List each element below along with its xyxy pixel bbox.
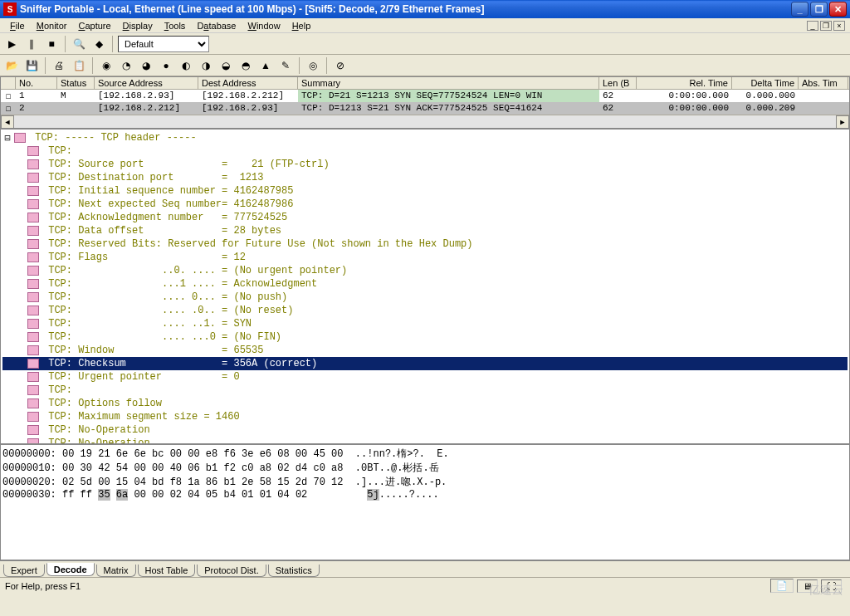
maximize-button[interactable]: ❐ <box>810 2 828 17</box>
decode-line[interactable]: TCP: Acknowledgment number = 777524525 <box>2 211 848 224</box>
protocol-icon <box>27 412 39 422</box>
col-summary[interactable]: Summary <box>298 77 599 89</box>
tool-icon-10[interactable]: ✎ <box>277 57 294 74</box>
protocol-icon <box>27 146 39 156</box>
mdi-close[interactable]: × <box>833 21 845 31</box>
tool-icon-3[interactable]: ◕ <box>138 57 154 74</box>
decode-line[interactable]: TCP: No-Operation <box>2 437 848 444</box>
close-button[interactable]: ✕ <box>829 2 847 17</box>
protocol-icon <box>27 319 39 329</box>
tool-icon-9[interactable]: ▲ <box>257 57 274 74</box>
menu-database[interactable]: Database <box>192 20 241 32</box>
scroll-left-icon[interactable]: ◄ <box>1 115 14 129</box>
stop-button[interactable]: ■ <box>43 36 60 52</box>
tool-icon-6[interactable]: ◑ <box>198 57 214 74</box>
protocol-icon <box>27 266 39 276</box>
protocol-icon <box>27 372 39 382</box>
hex-line[interactable]: 00000000: 00 19 21 6e 6e bc 00 00 e8 f6 … <box>2 447 848 461</box>
col-no[interactable]: No. <box>16 77 57 89</box>
mdi-restore[interactable]: ❐ <box>820 21 832 31</box>
decode-pane[interactable]: ⊟ TCP: ----- TCP header ----- TCP: TCP: … <box>0 129 850 444</box>
col-abstime[interactable]: Abs. Tim <box>799 77 848 89</box>
col-len[interactable]: Len (B <box>599 77 637 89</box>
menu-file[interactable]: File <box>5 20 30 32</box>
protocol-icon <box>27 199 39 209</box>
packet-list: No. Status Source Address Dest Address S… <box>0 76 850 129</box>
decode-line[interactable]: TCP: <box>2 384 848 397</box>
tool-icon-1[interactable]: ◉ <box>98 57 115 74</box>
pause-button[interactable]: ∥ <box>23 36 40 52</box>
tool-icon-7[interactable]: ◒ <box>217 57 234 74</box>
menu-window[interactable]: Window <box>242 20 285 32</box>
open-icon[interactable]: 📂 <box>3 57 20 74</box>
play-button[interactable]: ▶ <box>3 36 20 52</box>
decode-line[interactable]: TCP: Checksum = 356A (correct) <box>2 357 848 370</box>
tool-icon-2[interactable]: ◔ <box>118 57 134 74</box>
decode-line[interactable]: TCP: Options follow <box>2 397 848 410</box>
col-reltime[interactable]: Rel. Time <box>637 77 732 89</box>
tool-icon-12[interactable]: ⊘ <box>332 57 349 74</box>
decode-line[interactable]: TCP: .... 0... = (No push) <box>2 291 848 304</box>
protocol-icon <box>27 438 39 444</box>
define-filter-icon[interactable]: ◆ <box>90 36 107 52</box>
tab-expert[interactable]: Expert <box>3 565 45 577</box>
menu-monitor[interactable]: Monitor <box>32 20 72 32</box>
packet-row[interactable]: ☐2[192.168.2.212][192.168.2.93]TCP: D=12… <box>1 102 849 115</box>
decode-line[interactable]: TCP: .... ...0 = (No FIN) <box>2 330 848 344</box>
menu-tools[interactable]: Tools <box>159 20 191 32</box>
save-icon[interactable]: 💾 <box>23 57 40 74</box>
decode-line[interactable]: TCP: Destination port = 1213 <box>2 171 848 184</box>
menu-help[interactable]: Help <box>287 20 316 32</box>
filter-dropdown[interactable]: Default <box>118 36 209 52</box>
tool-icon-5[interactable]: ◐ <box>178 57 194 74</box>
protocol-icon <box>27 173 39 183</box>
decode-line[interactable]: TCP: Source port = 21 (FTP-ctrl) <box>2 158 848 171</box>
decode-line[interactable]: TCP: Reserved Bits: Reserved for Future … <box>2 237 848 251</box>
copy-icon[interactable]: 📋 <box>71 57 87 74</box>
decode-line[interactable]: TCP: <box>2 144 848 158</box>
scroll-right-icon[interactable]: ► <box>836 115 849 129</box>
tab-hosttable[interactable]: Host Table <box>138 565 196 577</box>
decode-line[interactable]: TCP: ..0. .... = (No urgent pointer) <box>2 264 848 277</box>
tool-icon-4[interactable]: ● <box>158 57 174 74</box>
tool-icon-8[interactable]: ◓ <box>237 57 254 74</box>
decode-line[interactable]: TCP: No-Operation <box>2 423 848 437</box>
protocol-icon <box>27 398 39 408</box>
hex-pane[interactable]: 00000000: 00 19 21 6e 6e bc 00 00 e8 f6 … <box>0 444 850 560</box>
decode-line[interactable]: TCP: Next expected Seq number= 416248798… <box>2 198 848 211</box>
status-bar: For Help, press F1 📄 🖥 ⛶ <box>0 577 850 594</box>
hex-line[interactable]: 00000010: 00 30 42 54 00 00 40 06 b1 f2 … <box>2 461 848 475</box>
decode-line[interactable]: TCP: Maximum segment size = 1460 <box>2 410 848 423</box>
tab-decode[interactable]: Decode <box>46 563 95 576</box>
decode-line[interactable]: TCP: .... .0.. = (No reset) <box>2 304 848 317</box>
decode-line[interactable]: TCP: Flags = 12 <box>2 251 848 264</box>
binoculars-icon[interactable]: 🔍 <box>71 36 87 52</box>
col-dest[interactable]: Dest Address <box>198 77 298 89</box>
print-icon[interactable]: 🖨 <box>51 57 67 74</box>
decode-line[interactable]: TCP: .... ..1. = SYN <box>2 317 848 330</box>
packet-row[interactable]: ☐1M[192.168.2.93][192.168.2.212]TCP: D=2… <box>1 90 849 102</box>
protocol-icon <box>27 425 39 435</box>
decode-line[interactable]: TCP: ...1 .... = Acknowledgment <box>2 277 848 291</box>
decode-line[interactable]: TCP: Initial sequence number = 416248798… <box>2 184 848 198</box>
tab-protocoldist[interactable]: Protocol Dist. <box>197 565 266 577</box>
tab-statistics[interactable]: Statistics <box>268 565 320 577</box>
col-deltatime[interactable]: Delta Time <box>732 77 799 89</box>
hex-line[interactable]: 00000030: ff ff 35 6a 00 00 02 04 05 b4 … <box>2 489 848 501</box>
tab-matrix[interactable]: Matrix <box>96 565 136 577</box>
col-source[interactable]: Source Address <box>95 77 198 89</box>
mdi-minimize[interactable]: _ <box>807 21 818 31</box>
decode-line[interactable]: TCP: Urgent pointer = 0 <box>2 370 848 384</box>
menu-capture[interactable]: Capture <box>73 20 115 32</box>
packet-hscroll[interactable]: ◄ ► <box>1 115 849 128</box>
col-status[interactable]: Status <box>57 77 95 89</box>
protocol-icon <box>27 359 39 369</box>
menu-display[interactable]: Display <box>118 20 158 32</box>
hex-line[interactable]: 00000020: 02 5d 00 15 04 bd f8 1a 86 b1 … <box>2 475 848 489</box>
col-checkbox[interactable] <box>1 77 16 89</box>
decode-line[interactable]: TCP: Window = 65535 <box>2 344 848 357</box>
tool-icon-11[interactable]: ◎ <box>305 57 321 74</box>
decode-line[interactable]: ⊟ TCP: ----- TCP header ----- <box>2 131 848 144</box>
minimize-button[interactable]: _ <box>791 2 808 17</box>
decode-line[interactable]: TCP: Data offset = 28 bytes <box>2 224 848 237</box>
